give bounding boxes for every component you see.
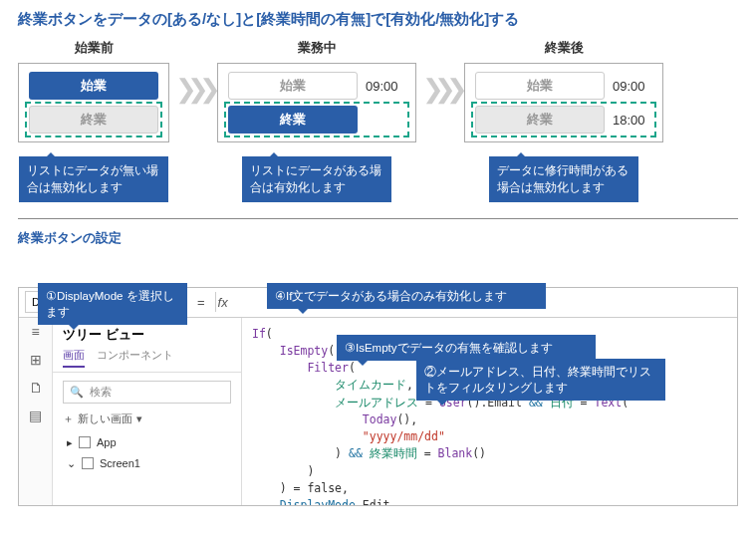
start-time: 09:00 — [613, 79, 652, 94]
callout-during: リストにデータがある場合は有効化します — [242, 156, 391, 202]
annotation-3: ③IsEmptyでデータの有無を確認します — [337, 335, 596, 361]
tree-item-screen1[interactable]: ⌄ Screen1 — [53, 453, 241, 474]
plus-icon: ＋ — [63, 411, 74, 426]
state-after-label: 終業後 — [545, 39, 584, 57]
left-rail: ≡ ⊞ 🗋 ▤ — [19, 318, 53, 505]
state-after: 終業後 始業 09:00 終業 18:00 データに修行時間がある場合は無効化し… — [464, 39, 663, 202]
annotation-4: ④If文でデータがある場合のみ有効化します — [267, 283, 546, 309]
end-button-disabled: 終業 — [475, 106, 605, 134]
end-time: 18:00 — [613, 113, 652, 128]
media-icon[interactable]: ▤ — [29, 408, 42, 423]
search-icon: 🔍 — [70, 386, 84, 399]
new-screen-label: 新しい画面 — [78, 411, 132, 426]
states-row: 始業前 始業 終業 リストにデータが無い場合は無効化します ❯❯❯ 業務中 始業… — [18, 39, 738, 202]
tree-view-icon[interactable]: ≡ — [31, 324, 39, 340]
tree-item-app[interactable]: ▸ App — [53, 432, 241, 453]
end-button-enabled[interactable]: 終業 — [228, 106, 358, 134]
state-before-label: 始業前 — [75, 39, 114, 57]
subtitle: 終業ボタンの設定 — [18, 229, 738, 247]
state-during: 業務中 始業 09:00 終業 リストにデータがある場合は有効化します — [217, 39, 416, 202]
end-button-disabled: 終業 — [29, 106, 158, 134]
state-before: 始業前 始業 終業 リストにデータが無い場合は無効化します — [18, 39, 169, 202]
callout-after: データに修行時間がある場合は無効化します — [489, 156, 638, 202]
start-button-inactive: 始業 — [228, 72, 358, 100]
new-screen-button[interactable]: ＋ 新しい画面 ▾ — [53, 411, 241, 432]
annotation-2: ②メールアドレス、日付、終業時間でリストをフィルタリングします — [416, 359, 665, 401]
tree-view-panel: ツリー ビュー 画面 コンポーネント 🔍 検索 ＋ 新しい画面 ▾ — [53, 318, 242, 505]
page-title: 終業ボタンをデータの[ある/なし]と[終業時間の有無]で[有効化/無効化]する — [18, 10, 738, 29]
start-button[interactable]: 始業 — [29, 72, 158, 100]
start-time: 09:00 — [366, 79, 405, 94]
tree-tabs: 画面 コンポーネント — [53, 348, 241, 373]
app-icon — [79, 436, 91, 448]
screen-icon — [82, 457, 94, 469]
search-placeholder: 検索 — [90, 385, 112, 400]
state-before-card: 始業 終業 — [18, 63, 169, 142]
callout-before: リストにデータが無い場合は無効化します — [19, 156, 168, 202]
tab-screens[interactable]: 画面 — [63, 348, 85, 368]
tree-item-label: App — [97, 436, 117, 448]
search-input[interactable]: 🔍 検索 — [63, 381, 231, 404]
state-during-label: 業務中 — [298, 39, 337, 57]
chevron-right-icon: ❯❯❯ — [422, 39, 458, 138]
tree-item-label: Screen1 — [100, 457, 140, 469]
editor-area: ①DisplayMode を選択します ④If文でデータがある場合のみ有効化しま… — [18, 287, 738, 506]
tab-components[interactable]: コンポーネント — [97, 348, 173, 368]
data-icon[interactable]: 🗋 — [29, 380, 43, 396]
expand-icon: ⌄ — [67, 457, 76, 470]
insert-icon[interactable]: ⊞ — [30, 352, 42, 368]
chevron-down-icon: ▾ — [136, 412, 142, 425]
chevron-right-icon: ❯❯❯ — [175, 39, 211, 138]
divider — [215, 292, 216, 312]
state-after-card: 始業 09:00 終業 18:00 — [464, 63, 663, 142]
fx-label: fx — [218, 295, 236, 310]
separator — [18, 218, 738, 219]
equals-label: = — [189, 295, 213, 310]
annotation-1: ①DisplayMode を選択します — [38, 283, 187, 325]
state-during-card: 始業 09:00 終業 — [217, 63, 416, 142]
start-button-inactive: 始業 — [475, 72, 605, 100]
expand-icon: ▸ — [67, 436, 73, 449]
